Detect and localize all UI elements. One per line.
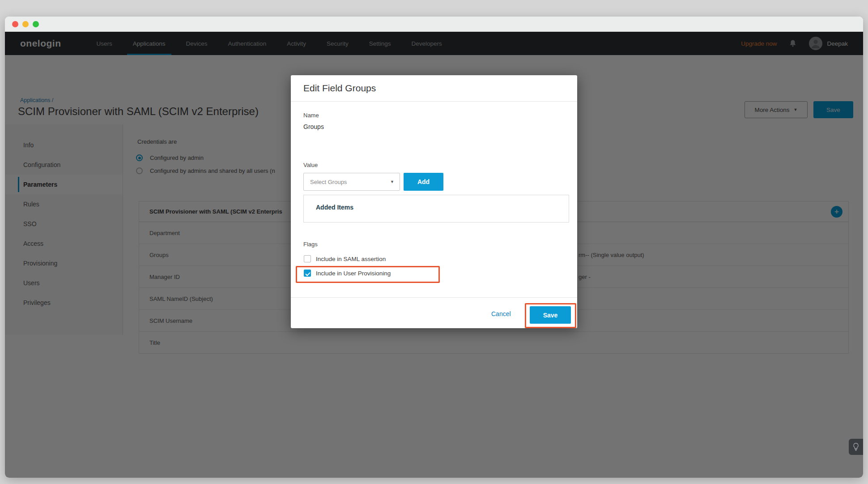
modal-header-divider [291,101,577,102]
cancel-button[interactable]: Cancel [491,310,511,317]
browser-titlebar [5,17,863,32]
checkbox-include-saml-assertion[interactable]: Include in SAML assertion [304,255,386,262]
edit-field-groups-modal: Edit Field Groups Name Groups Value Sele… [291,75,577,328]
modal-title: Edit Field Groups [303,83,376,94]
name-label: Name [303,112,319,119]
added-items-label: Added Items [316,204,353,211]
checkbox-checked-icon [304,270,311,277]
modal-footer-divider [291,297,577,298]
flags-label: Flags [303,241,318,248]
name-value: Groups [303,123,324,130]
checkbox-include-user-provisioning[interactable]: Include in User Provisioning [304,270,391,277]
save-button[interactable]: Save [530,306,571,324]
add-button[interactable]: Add [404,173,443,191]
select-groups-dropdown[interactable]: Select Groups ▼ [303,173,400,191]
traffic-lights [12,21,39,27]
browser-window: onelogin Users Applications Devices Auth… [5,17,863,478]
help-lightbulb-tab[interactable] [849,439,863,455]
checkbox-unchecked-icon [304,255,311,262]
minimize-window-icon[interactable] [22,21,29,27]
close-window-icon[interactable] [12,21,18,27]
added-items-box: Added Items [303,195,569,223]
chevron-down-icon: ▼ [390,180,394,184]
lightbulb-icon [853,443,859,451]
dropdown-placeholder: Select Groups [310,179,390,185]
value-label: Value [303,162,318,168]
zoom-window-icon[interactable] [33,21,39,27]
